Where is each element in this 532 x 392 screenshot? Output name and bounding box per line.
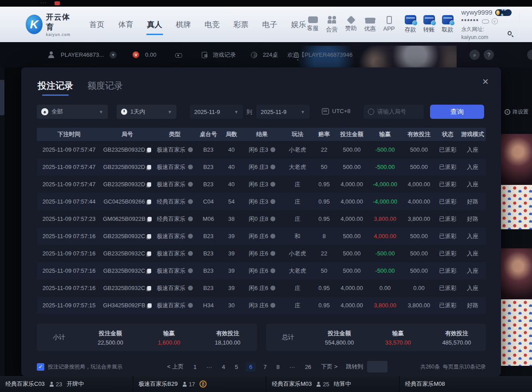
- round-id-input[interactable]: 请输入局号: [364, 105, 424, 119]
- withdraw-button[interactable]: 取款: [442, 15, 454, 34]
- service-icon[interactable]: [527, 50, 532, 60]
- jump-page-input[interactable]: [367, 361, 387, 372]
- info-icon[interactable]: [188, 199, 193, 204]
- info-icon[interactable]: [270, 251, 275, 256]
- info-icon[interactable]: [270, 165, 275, 169]
- eye-off-icon[interactable]: [482, 20, 489, 24]
- table-row[interactable]: 2025-11-09 07:57:23GM0625B0922B经典百家乐M063…: [37, 210, 486, 227]
- copy-icon[interactable]: [147, 148, 151, 152]
- dealer-video-1[interactable]: [501, 134, 532, 185]
- info-icon[interactable]: [188, 251, 193, 256]
- table-tile-经典百家乐C03[interactable]: 经典百家乐C0323开牌中: [0, 376, 133, 392]
- copy-icon[interactable]: [148, 217, 152, 221]
- tab-额度记录[interactable]: 额度记录: [87, 80, 123, 96]
- info-icon[interactable]: [270, 268, 275, 273]
- info-icon[interactable]: [188, 286, 193, 290]
- quicklink-合营[interactable]: 合营: [326, 16, 338, 34]
- deposit-button[interactable]: 存款: [405, 15, 416, 34]
- info-icon[interactable]: [188, 268, 193, 273]
- copy-icon[interactable]: [147, 269, 151, 273]
- help-icon[interactable]: ?: [484, 50, 494, 60]
- date-from-select[interactable]: 2025-11-9 ▼: [190, 105, 243, 119]
- next-page-button[interactable]: 下页 >: [319, 361, 340, 372]
- merge-checkbox[interactable]: ✓: [37, 363, 44, 371]
- nav-item-真人[interactable]: 真人: [146, 17, 163, 32]
- info-icon[interactable]: [188, 147, 193, 152]
- query-button[interactable]: 查询: [430, 105, 484, 119]
- eye-icon[interactable]: [175, 53, 182, 58]
- timezone-indicator[interactable]: UTC+8: [322, 108, 351, 114]
- quicklink-APP[interactable]: APP: [383, 16, 395, 34]
- roadmap-1[interactable]: [501, 185, 532, 229]
- page-1[interactable]: 1: [191, 362, 199, 372]
- close-icon[interactable]: ×: [482, 76, 489, 87]
- table-row[interactable]: 2025-11-09 07:57:16GB2325B0932C极速百家乐B233…: [37, 262, 486, 279]
- table-tile-经典百家乐M08[interactable]: 经典百家乐M08: [400, 376, 532, 392]
- page-6[interactable]: 6: [246, 362, 256, 372]
- transfer-button[interactable]: 转账: [423, 15, 435, 34]
- table-row[interactable]: 2025-11-09 07:57:44GC0425B09266经典百家乐C045…: [37, 193, 486, 210]
- nav-item-彩票[interactable]: 彩票: [233, 17, 250, 32]
- copy-icon[interactable]: [147, 234, 151, 239]
- table-row[interactable]: 2025-11-09 07:57:15GH3425B092FB极速百家乐H343…: [37, 297, 486, 314]
- quicklink-优惠[interactable]: 优惠: [364, 16, 376, 34]
- info-icon[interactable]: [270, 286, 275, 290]
- table-row[interactable]: 2025-11-09 07:57:16GB2325B0932C极速百家乐B233…: [37, 245, 486, 262]
- table-tile-经典百家乐M03[interactable]: 经典百家乐M0325结算中: [266, 376, 399, 392]
- prev-page-button[interactable]: < 上页: [165, 361, 186, 372]
- nav-item-电竞[interactable]: 电竞: [204, 17, 221, 32]
- table-row[interactable]: 2025-11-09 07:57:47GB2325B0932D极速百家乐B234…: [37, 158, 486, 176]
- quicklink-客服[interactable]: 客服: [307, 16, 319, 34]
- player-id[interactable]: PLAYER46873...: [61, 51, 104, 58]
- tables-count[interactable]: 224桌: [263, 51, 278, 59]
- table-row[interactable]: 2025-11-09 07:57:47GB2325B0932D极速百家乐B234…: [37, 176, 486, 193]
- roadmap-2[interactable]: [501, 299, 532, 366]
- chevron-down-icon[interactable]: ▼: [110, 51, 117, 59]
- info-icon[interactable]: [188, 303, 193, 308]
- nav-item-棋牌[interactable]: 棋牌: [175, 17, 192, 32]
- info-icon[interactable]: [270, 303, 275, 308]
- info-icon[interactable]: [270, 234, 275, 239]
- copy-icon[interactable]: [148, 303, 152, 308]
- search-icon[interactable]: ⌕: [469, 50, 480, 60]
- game-type-select[interactable]: ♠ 全部 ▼: [37, 105, 108, 119]
- tab-投注记录[interactable]: 投注记录: [38, 80, 73, 96]
- info-icon[interactable]: [188, 234, 193, 239]
- info-icon[interactable]: [270, 216, 275, 221]
- road-settings[interactable]: 路设置: [505, 108, 528, 116]
- table-row[interactable]: 2025-11-09 07:57:47GB2325B0932D极速百家乐B234…: [37, 141, 486, 158]
- info-icon[interactable]: [188, 165, 193, 169]
- avatar[interactable]: [519, 13, 520, 36]
- page-ellipsis[interactable]: ···: [287, 362, 297, 372]
- info-icon[interactable]: [188, 182, 193, 187]
- info-icon[interactable]: [270, 147, 275, 152]
- brand-logo[interactable]: K 开云体育 kaiyun.com: [26, 12, 74, 37]
- magnifier-icon[interactable]: [508, 31, 512, 35]
- table-row[interactable]: 2025-11-09 07:57:16GB2325B0932C极速百家乐B233…: [37, 279, 486, 297]
- time-range-select[interactable]: 1天内 ▼: [117, 105, 176, 119]
- copy-icon[interactable]: [147, 182, 151, 187]
- nav-item-娱乐[interactable]: 娱乐: [290, 17, 307, 32]
- table-row[interactable]: 2025-11-09 07:57:16GB2325B0932C极速百家乐B233…: [37, 227, 486, 245]
- quicklink-赞助[interactable]: 赞助: [345, 16, 357, 34]
- table-tile-极速百家乐B29[interactable]: 极速百家乐B29178: [133, 376, 266, 392]
- game-record-link[interactable]: 游戏记录: [213, 51, 236, 59]
- page-4[interactable]: 4: [219, 362, 227, 372]
- page-26[interactable]: 26: [303, 362, 313, 372]
- dealer-video-2[interactable]: [501, 248, 532, 299]
- copy-icon[interactable]: [147, 251, 151, 256]
- nav-item-首页[interactable]: 首页: [89, 17, 106, 32]
- nav-item-电子[interactable]: 电子: [262, 17, 278, 32]
- copy-icon[interactable]: [147, 200, 151, 204]
- info-icon[interactable]: [270, 199, 275, 204]
- nav-item-体育[interactable]: 体育: [117, 17, 134, 32]
- info-icon[interactable]: [188, 216, 193, 221]
- copy-icon[interactable]: [147, 286, 151, 290]
- page-5[interactable]: 5: [233, 362, 240, 372]
- page-8[interactable]: 8: [274, 362, 282, 372]
- info-icon[interactable]: [270, 182, 275, 187]
- date-to-select[interactable]: 2025-11-9 ▼: [256, 105, 309, 119]
- page-7[interactable]: 7: [261, 362, 269, 372]
- refresh-icon[interactable]: v: [492, 18, 498, 24]
- page-ellipsis[interactable]: ···: [204, 362, 214, 372]
